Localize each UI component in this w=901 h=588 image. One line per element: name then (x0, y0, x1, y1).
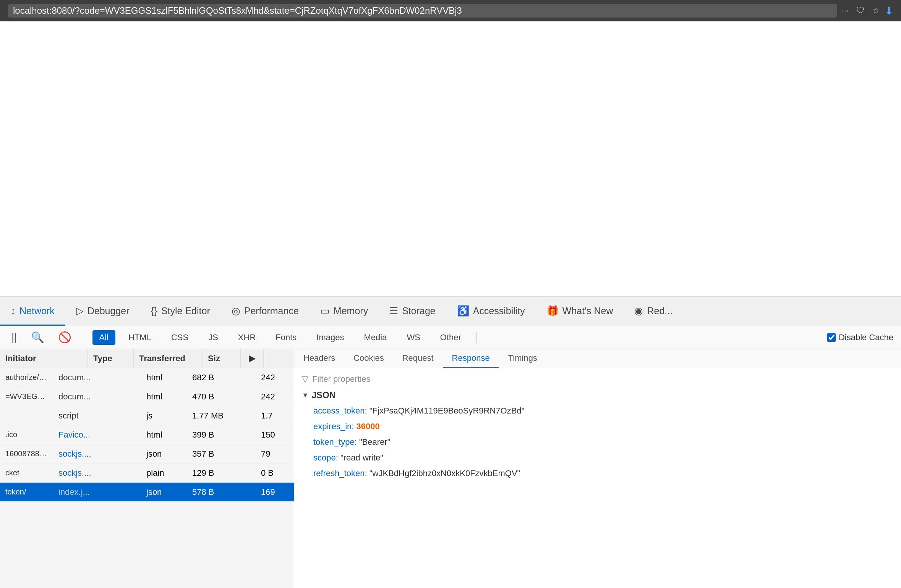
row-transferred: 1.77 MB (187, 411, 256, 421)
row-type: json (141, 449, 187, 459)
row-initiator: docum... (53, 373, 141, 383)
json-field-access-token: access_token: "FjxPsaQKj4M119E9BeoSyR9RN… (313, 404, 893, 417)
header-initiator: Initiator (0, 349, 88, 368)
filter-properties-text: Filter properties (312, 374, 371, 384)
row-transferred: 470 B (187, 392, 256, 402)
filter-media[interactable]: Media (357, 330, 394, 345)
network-row-selected[interactable]: token/ index.j... json 578 B 169 (0, 483, 294, 502)
panel-tab-headers[interactable]: Headers (294, 349, 344, 368)
tab-storage[interactable]: ☰ Storage (379, 297, 446, 326)
collapse-triangle[interactable]: ▼ (302, 391, 309, 399)
shield-icon[interactable]: 🛡 (856, 6, 865, 16)
key-access-token: access_token: (313, 406, 367, 415)
row-type: js (141, 411, 187, 421)
row-transferred: 578 B (187, 487, 256, 497)
row-size: 79 (256, 449, 294, 459)
row-url: token/ (0, 488, 53, 496)
filter-fonts[interactable]: Fonts (269, 330, 303, 345)
disable-cache-label[interactable]: Disable Cache (827, 333, 893, 342)
row-transferred: 399 B (187, 430, 256, 440)
accessibility-icon: ♿ (457, 305, 469, 317)
bookmark-icon[interactable]: ☆ (872, 6, 880, 16)
clear-button[interactable]: 🚫 (54, 330, 75, 345)
network-row[interactable]: .ico Favico... html 399 B 150 (0, 425, 294, 444)
response-panel: ▽ Filter properties ▼ JSON access_token:… (294, 368, 901, 588)
filter-css[interactable]: CSS (164, 330, 195, 345)
more-icon[interactable]: ··· (842, 6, 849, 16)
debugger-icon: ▷ (76, 305, 84, 317)
disable-cache-checkbox[interactable] (827, 333, 836, 342)
json-label: JSON (312, 390, 336, 401)
row-type: html (141, 430, 187, 440)
network-row[interactable]: authorize/?client_id=gVcl8ZSdSWanmVClvA4… (0, 368, 294, 387)
header-transferred: Transferred (134, 349, 203, 368)
filter-js[interactable]: JS (201, 330, 225, 345)
json-title[interactable]: ▼ JSON (302, 390, 893, 401)
val-refresh-token: "wJKBdHgf2ibhz0xN0xkK0FzvkbEmQV" (369, 468, 520, 478)
storage-icon: ☰ (389, 305, 398, 317)
responsive-icon: ◉ (634, 305, 643, 317)
row-initiator[interactable]: sockjs.... (53, 449, 141, 459)
json-field-expires-in: expires_in: 36000 (313, 420, 893, 433)
network-row[interactable]: cket sockjs.... plain 129 B 0 B (0, 464, 294, 483)
row-transferred: 357 B (187, 449, 256, 459)
header-type: Type (88, 349, 134, 368)
devtools-toolbar: ↕ Network ▷ Debugger {} Style Editor ◎ P… (0, 297, 901, 326)
network-list: Initiator Type Transferred Siz ▶ authori… (0, 349, 294, 588)
search-button[interactable]: 🔍 (27, 330, 48, 345)
browser-icons: ··· 🛡 ☆ (842, 6, 880, 16)
header-play: ▶ (241, 349, 264, 368)
row-size: 0 B (256, 468, 294, 478)
filter-properties-bar[interactable]: ▽ Filter properties (302, 374, 893, 384)
filter-icon: ▽ (302, 374, 308, 384)
json-body: access_token: "FjxPsaQKj4M119E9BeoSyR9RN… (302, 404, 893, 480)
json-field-scope: scope: "read write" (313, 451, 893, 464)
row-initiator[interactable]: Favico... (53, 430, 141, 440)
row-type: plain (141, 468, 187, 478)
tab-debugger[interactable]: ▷ Debugger (65, 297, 140, 326)
filter-images[interactable]: Images (310, 330, 351, 345)
panel-tab-timings[interactable]: Timings (499, 349, 546, 368)
pause-button[interactable]: || (8, 330, 21, 345)
row-type: html (141, 392, 187, 402)
panel-tab-cookies[interactable]: Cookies (344, 349, 393, 368)
row-initiator: index.j... (53, 487, 141, 497)
filter-ws[interactable]: WS (400, 330, 427, 345)
tab-style-editor[interactable]: {} Style Editor (140, 297, 221, 326)
key-scope: scope: (313, 453, 338, 462)
tab-whats-new[interactable]: 🎁 What's New (536, 297, 624, 326)
style-editor-icon: {} (151, 305, 157, 317)
panel-tabs: Headers Cookies Request Response Timings (294, 349, 901, 368)
right-panel: Headers Cookies Request Response Timings… (294, 349, 901, 588)
devtools-panel: ↕ Network ▷ Debugger {} Style Editor ◎ P… (0, 296, 901, 588)
network-row[interactable]: script js 1.77 MB 1.7 (0, 406, 294, 425)
network-table-header: Initiator Type Transferred Siz ▶ (0, 349, 294, 368)
network-row[interactable]: =WV3EGGS1szlF5BhlnlGQoStTs8xMhd&state=( … (0, 387, 294, 406)
filter-html[interactable]: HTML (122, 330, 158, 345)
row-initiator[interactable]: sockjs.... (53, 468, 141, 478)
network-row[interactable]: 1600878835642 sockjs.... json 357 B 79 (0, 444, 294, 464)
address-bar[interactable]: localhost:8080/?code=WV3EGGS1szlF5BhlnlG… (8, 4, 837, 18)
tab-responsive[interactable]: ◉ Red... (624, 297, 683, 326)
row-url: cket (0, 468, 53, 477)
url-text: localhost:8080/?code=WV3EGGS1szlF5BhlnlG… (13, 5, 462, 16)
memory-icon: ▭ (320, 305, 330, 317)
download-icon[interactable]: ⬇ (885, 5, 893, 17)
json-section: ▼ JSON access_token: "FjxPsaQKj4M119E9Be… (302, 390, 893, 480)
disable-cache-text: Disable Cache (839, 333, 893, 342)
tab-network[interactable]: ↕ Network (0, 297, 65, 326)
filter-xhr[interactable]: XHR (231, 330, 263, 345)
filter-all[interactable]: All (92, 330, 115, 345)
tab-accessibility[interactable]: ♿ Accessibility (446, 297, 536, 326)
row-size: 242 (256, 392, 294, 402)
filter-other[interactable]: Other (433, 330, 468, 345)
tab-memory[interactable]: ▭ Memory (310, 297, 379, 326)
panel-tab-response[interactable]: Response (443, 349, 499, 368)
row-size: 169 (256, 487, 294, 497)
panel-tab-request[interactable]: Request (393, 349, 443, 368)
json-field-token-type: token_type: "Bearer" (313, 436, 893, 448)
val-access-token: "FjxPsaQKj4M119E9BeoSyR9RN7OzBd" (369, 406, 525, 415)
row-type: json (141, 487, 187, 497)
row-url: authorize/?client_id=gVcl8ZSdSWanmVClvA4… (0, 373, 53, 382)
tab-performance[interactable]: ◎ Performance (221, 297, 310, 326)
